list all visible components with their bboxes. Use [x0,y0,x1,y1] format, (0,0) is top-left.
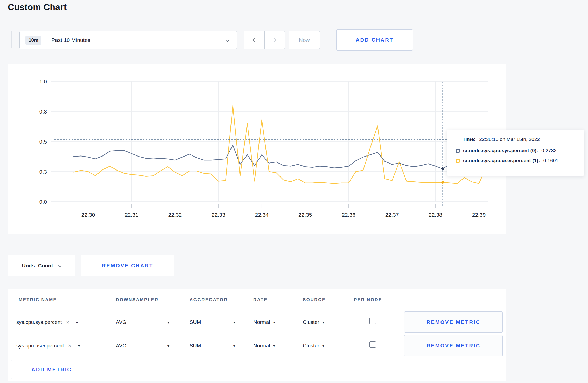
tooltip-series-value: 0.1601 [543,158,558,164]
chevron-right-icon [273,38,277,42]
clear-metric-icon[interactable]: × [66,319,69,326]
user-series-swatch-icon [456,159,460,163]
source-select[interactable]: Cluster ▾ [303,334,324,358]
col-header-metric-name: METRIC NAME [19,289,57,310]
downsampler-select[interactable]: AVG ▾ [116,310,169,334]
sys-series-swatch-icon [456,149,460,153]
caret-down-icon: ▾ [233,320,235,324]
source-value: Cluster [303,343,319,349]
aggregator-select[interactable]: SUM ▾ [190,334,235,358]
downsampler-value: AVG [116,319,127,325]
metric-name-dropdown[interactable]: sys.cpu.user.percent × ▾ [16,334,80,358]
metric-name-dropdown[interactable]: sys.cpu.sys.percent × ▾ [16,310,78,334]
metric-name: sys.cpu.sys.percent [16,319,62,325]
tooltip-time-row: Time:22:38:10 on Mar 15th, 2022 [456,137,578,142]
source-select[interactable]: Cluster ▾ [303,310,324,334]
caret-down-icon: ▾ [273,344,275,348]
downsampler-select[interactable]: AVG ▾ [116,334,169,358]
rate-value: Normal [253,343,270,349]
chart-card [8,64,506,234]
tooltip-series-value: 0.2732 [541,148,556,153]
col-header-source: SOURCE [303,289,326,310]
time-forward-button[interactable] [264,31,285,49]
clear-metric-icon[interactable]: × [68,343,71,349]
caret-down-icon: ▾ [233,344,235,348]
rate-select[interactable]: Normal ▾ [253,334,275,358]
tooltip-time-label: Time: [463,137,475,142]
chart-tooltip: Time:22:38:10 on Mar 15th, 2022 cr.node.… [447,130,584,176]
tooltip-series-row: cr.node.sys.cpu.user.percent (1): 0.1601 [456,158,578,164]
aggregator-value: SUM [190,319,201,325]
metric-row: sys.cpu.sys.percent × ▾ AVG ▾ SUM ▾ Norm… [8,310,506,334]
caret-down-icon: ▾ [273,320,275,324]
caret-down-icon: ▾ [322,320,324,324]
downsampler-value: AVG [116,343,127,349]
time-nav-group [244,31,285,49]
caret-down-icon: ▾ [167,344,169,348]
aggregator-select[interactable]: SUM ▾ [190,310,235,334]
remove-chart-button[interactable]: REMOVE CHART [81,255,174,276]
now-button[interactable]: Now [289,31,320,49]
rate-select[interactable]: Normal ▾ [253,310,275,334]
caret-down-icon: ▾ [167,320,169,324]
time-window-dropdown[interactable]: 10m Past 10 Minutes [19,31,237,49]
remove-metric-button[interactable]: REMOVE METRIC [404,311,503,333]
add-chart-button[interactable]: ADD CHART [336,29,413,51]
tooltip-series-label: cr.node.sys.cpu.sys.percent (0): [463,148,538,153]
caret-down-icon: ▾ [76,320,78,324]
time-back-button[interactable] [244,31,264,49]
time-window-badge: 10m [25,36,41,45]
chevron-left-icon [252,38,256,42]
time-window-label: Past 10 Minutes [51,37,90,43]
col-header-aggregator: AGGREGATOR [190,289,228,310]
page-title: Custom Chart [8,2,67,12]
tooltip-series-label: cr.node.sys.cpu.user.percent (1): [463,158,540,164]
per-node-checkbox[interactable] [369,341,376,348]
per-node-checkbox[interactable] [369,318,376,324]
remove-metric-button[interactable]: REMOVE METRIC [404,335,503,356]
col-header-rate: RATE [253,289,268,310]
add-metric-button[interactable]: ADD METRIC [11,360,92,379]
source-value: Cluster [303,319,319,325]
col-header-downsampler: DOWNSAMPLER [116,289,158,310]
units-label: Units: Count [22,263,53,269]
metric-row: sys.cpu.user.percent × ▾ AVG ▾ SUM ▾ Nor… [8,334,506,357]
tooltip-series-row: cr.node.sys.cpu.sys.percent (0): 0.2732 [456,148,578,153]
aggregator-value: SUM [190,343,201,349]
col-header-per-node: PER NODE [354,289,382,310]
chevron-down-icon [58,264,62,267]
rate-value: Normal [253,319,270,325]
toolbar-left-divider [11,31,12,48]
caret-down-icon: ▾ [78,344,80,348]
caret-down-icon: ▾ [322,344,324,348]
metric-name: sys.cpu.user.percent [16,343,64,349]
chevron-down-icon [225,38,229,42]
units-dropdown[interactable]: Units: Count [8,255,75,276]
tooltip-time-value: 22:38:10 on Mar 15th, 2022 [479,137,540,142]
